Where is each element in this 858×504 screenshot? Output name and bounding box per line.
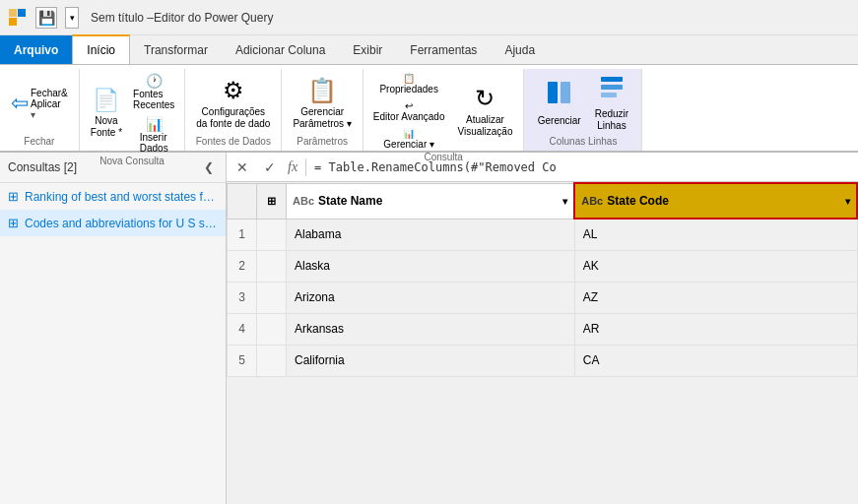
sidebar-title: Consultas [2] — [8, 160, 77, 174]
state-name-5: California — [287, 345, 575, 376]
window-title: Sem título –Editor do Power Query — [91, 11, 273, 25]
configuracoes-button[interactable]: ⚙ Configuraçõesda fonte de dado — [191, 74, 275, 133]
nova-fonte-button[interactable]: 📄 NovaFonte * — [86, 85, 127, 142]
fechar-dropdown-icon[interactable]: ▾ — [31, 109, 35, 120]
group-nova-consulta: 📄 NovaFonte * 🕐 FontesRecentes 📊 Inserir… — [80, 69, 186, 151]
group-colunas: Gerenciar ReduzirLinhas Colunas Linhas — [524, 69, 642, 151]
nova-fonte-label: NovaFonte * — [91, 115, 122, 139]
reduzir-linhas-label: ReduzirLinhas — [595, 108, 628, 132]
col-dropdown-state-code[interactable]: ▾ — [845, 196, 850, 207]
title-bar: 💾 ▾ Sem título –Editor do Power Query — [0, 0, 858, 35]
tab-inicio[interactable]: Início — [72, 34, 130, 64]
gerenciar-label: Gerenciar ▾ — [383, 139, 434, 150]
save-button[interactable]: 💾 — [35, 7, 57, 29]
svg-rect-7 — [601, 93, 617, 97]
formula-bar: ✕ ✓ fx = Table.RenameColumns(#"Removed C… — [227, 153, 858, 182]
col-header-state-name-content: ABc State Name ▾ — [287, 184, 573, 219]
sidebar: Consultas [2] ❮ ⊞ Ranking of best and wo… — [0, 153, 227, 504]
state-code-5: CA — [574, 345, 857, 376]
formula-confirm-button[interactable]: ✓ — [260, 158, 280, 177]
propriedades-button[interactable]: 📋 Propriedades — [369, 71, 449, 96]
ribbon-tabs: Arquivo Início Transformar Adicionar Col… — [0, 35, 858, 65]
group-fechar: ⇦ Fechar& Aplicar ▾ Fechar — [0, 69, 80, 151]
grid-header-row: ⊞ ABc State Name ▾ ABc — [228, 183, 858, 219]
abc-icon-state-name: ABc — [293, 195, 314, 207]
state-name-1: Alabama — [287, 219, 575, 250]
col-header-state-code[interactable]: ABc State Code ▾ — [574, 183, 857, 219]
tab-exibir[interactable]: Exibir — [339, 35, 396, 64]
data-grid: ⊞ ABc State Name ▾ ABc — [227, 182, 858, 504]
nova-fonte-icon: 📄 — [93, 88, 119, 113]
col-header-icon: ⊞ — [257, 183, 287, 219]
editor-avancado-button[interactable]: ↩ Editor Avançado — [369, 98, 449, 124]
sidebar-item-codes-label: Codes and abbreviations for U S st... — [25, 217, 218, 230]
tab-adicionar-coluna[interactable]: Adicionar Coluna — [222, 35, 339, 64]
svg-rect-6 — [601, 85, 623, 90]
table-icon-ranking: ⊞ — [8, 189, 19, 204]
group-parametros: 📋 GerenciarParâmetros ▾ Parâmetros — [282, 69, 363, 151]
fontes-recentes-label: FontesRecentes — [133, 89, 174, 110]
inserir-dados-button[interactable]: 📊 InserirDados — [129, 114, 178, 156]
group-consulta: 📋 Propriedades ↩ Editor Avançado 📊 Geren… — [363, 69, 525, 151]
row-num-5: 5 — [228, 345, 257, 376]
grid-body: 1 Alabama AL 2 Alaska AK 3 Arizon — [228, 219, 858, 376]
gear-icon: ⚙ — [223, 77, 244, 104]
row-num-4: 4 — [228, 313, 257, 345]
tab-ajuda[interactable]: Ajuda — [491, 35, 549, 64]
fechar-aplicar-button[interactable]: ⇦ Fechar& Aplicar ▾ — [6, 85, 73, 123]
gerenciar-parametros-label: GerenciarParâmetros ▾ — [293, 106, 351, 130]
sidebar-item-ranking[interactable]: ⊞ Ranking of best and worst states fo... — [0, 183, 226, 210]
grid-table: ⊞ ABc State Name ▾ ABc — [227, 182, 858, 377]
table-icon-codes: ⊞ — [8, 216, 19, 230]
group-fontes-label: Fontes de Dados — [196, 136, 271, 149]
formula-fx-label: fx — [288, 159, 297, 175]
group-nova-consulta-label: Nova Consulta — [99, 156, 165, 168]
main-area: Consultas [2] ❮ ⊞ Ranking of best and wo… — [0, 153, 858, 504]
svg-rect-2 — [18, 9, 26, 17]
tab-ferramentas[interactable]: Ferramentas — [396, 35, 491, 64]
fontes-recentes-button[interactable]: 🕐 FontesRecentes — [129, 71, 178, 112]
svg-rect-1 — [9, 9, 17, 17]
editor-avancado-label: Editor Avançado — [373, 111, 445, 122]
svg-rect-4 — [561, 82, 570, 103]
table-row: 4 Arkansas AR — [228, 313, 858, 345]
ribbon-content: ⇦ Fechar& Aplicar ▾ Fechar 📄 NovaFonte * — [0, 65, 858, 152]
gerenciar-parametros-button[interactable]: 📋 GerenciarParâmetros ▾ — [288, 74, 356, 133]
grid-menu-icon[interactable]: ⊞ — [257, 195, 286, 208]
state-name-2: Alaska — [287, 250, 575, 282]
table-row: 5 California CA — [228, 345, 858, 376]
state-name-4: Arkansas — [287, 313, 575, 345]
table-row: 1 Alabama AL — [228, 219, 858, 250]
row-num-3: 3 — [228, 282, 257, 313]
col-dropdown-state-name[interactable]: ▾ — [562, 196, 567, 207]
gerenciar-button[interactable]: 📊 Gerenciar ▾ — [369, 126, 449, 152]
group-fontes-dados: ⚙ Configuraçõesda fonte de dado Fontes d… — [185, 69, 282, 151]
aplicar-label: Aplicar — [31, 98, 61, 109]
tab-transformar[interactable]: Transformar — [130, 35, 222, 64]
formula-separator — [305, 158, 306, 176]
gerenciar-icon: 📊 — [403, 128, 415, 139]
table-row: 2 Alaska AK — [228, 250, 858, 282]
sidebar-collapse-button[interactable]: ❮ — [200, 158, 218, 176]
sidebar-item-codes[interactable]: ⊞ Codes and abbreviations for U S st... — [0, 210, 226, 236]
quick-access-dropdown[interactable]: ▾ — [65, 7, 79, 29]
col-header-state-name[interactable]: ABc State Name ▾ — [287, 183, 575, 219]
state-name-3: Arizona — [287, 282, 575, 313]
gerenciar-colunas-button[interactable]: Gerenciar — [533, 77, 586, 130]
propriedades-label: Propriedades — [379, 84, 437, 94]
state-code-2: AK — [574, 250, 857, 282]
reduzir-linhas-button[interactable]: ReduzirLinhas — [590, 72, 633, 135]
row-icon-3 — [257, 282, 287, 313]
col-label-state-name: State Name — [318, 194, 382, 208]
atualizar-button[interactable]: ↻ AtualizarVisualização — [453, 82, 518, 141]
atualizar-label: AtualizarVisualização — [458, 114, 513, 138]
configuracoes-label: Configuraçõesda fonte de dado — [196, 106, 270, 130]
svg-rect-5 — [601, 77, 623, 82]
tab-arquivo[interactable]: Arquivo — [0, 35, 72, 64]
fechar-icon: ⇦ — [11, 91, 29, 116]
row-icon-2 — [257, 250, 287, 282]
svg-rect-0 — [9, 18, 17, 26]
props-icon: 📋 — [403, 73, 415, 84]
formula-cancel-button[interactable]: ✕ — [232, 158, 252, 177]
col-label-state-code: State Code — [607, 194, 669, 208]
